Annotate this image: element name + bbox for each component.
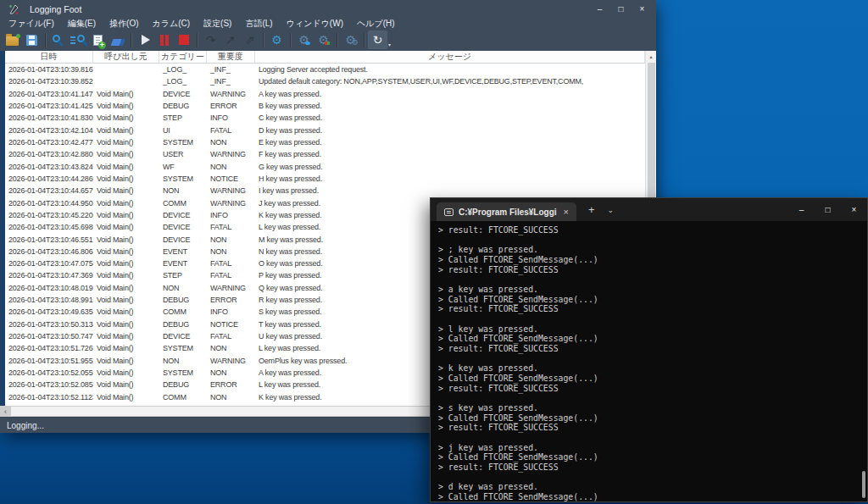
table-row[interactable]: 2026-01-04T23:10:42.477819Void Main()SYS… — [5, 136, 645, 148]
jump-next-button[interactable]: ↗ — [220, 30, 240, 49]
open-file-button[interactable] — [3, 30, 22, 49]
pause-logging-button[interactable] — [154, 30, 174, 49]
column-header[interactable]: 重要度 — [207, 51, 255, 63]
terminal-titlebar[interactable]: C:¥Program Files¥Logging Foc × + ⌄ – □ × — [431, 198, 867, 221]
menu-item[interactable]: ファイル(F) — [2, 18, 61, 30]
terminal-line: > s key was pressed. — [438, 403, 867, 413]
settings-button[interactable]: ⚙ — [267, 30, 287, 49]
tab-dropdown-icon[interactable]: ⌄ — [608, 206, 615, 214]
table-cell: NON — [207, 368, 255, 377]
terminal-close-button[interactable]: × — [841, 198, 867, 221]
table-cell: F key was pressed. — [255, 150, 645, 158]
table-cell: 2026-01-04T23:10:52.085311 — [5, 380, 93, 389]
terminal-line — [438, 433, 867, 443]
column-header[interactable]: 日時 — [5, 51, 93, 63]
table-cell: Void Main() — [93, 259, 159, 268]
menu-bar: ファイル(F)編集(E)操作(O)カラム(C)設定(S)言語(L)ウィンドウ(W… — [0, 18, 656, 29]
menu-item[interactable]: ウィンドウ(W) — [280, 18, 350, 30]
minimize-button[interactable]: – — [589, 0, 610, 18]
stop-logging-button[interactable] — [174, 30, 193, 49]
search-filter-button[interactable] — [69, 30, 88, 49]
save-button[interactable] — [22, 30, 42, 49]
table-row[interactable]: 2026-01-04T23:10:43.824988Void Main()WFN… — [5, 161, 645, 173]
new-tab-button[interactable]: + — [588, 203, 595, 216]
table-cell: DEVICE — [159, 235, 207, 244]
menu-item[interactable]: ヘルプ(H) — [350, 18, 402, 30]
stop-logging-icon — [179, 35, 189, 45]
table-cell: 2026-01-04T23:10:50.747782 — [5, 332, 93, 341]
table-cell: 2026-01-04T23:10:52.112382 — [5, 393, 93, 402]
table-cell: _INF_ — [207, 65, 255, 74]
open-file-icon — [6, 36, 19, 46]
table-row[interactable]: 2026-01-04T23:10:42.880547Void Main()USE… — [5, 148, 645, 160]
view-settings-button[interactable]: ⚙ — [294, 30, 314, 49]
terminal-tab[interactable]: C:¥Program Files¥Logging Foc × — [437, 202, 576, 221]
logger-titlebar[interactable]: Logging Foot – □ × — [0, 0, 656, 18]
table-cell: 2026-01-04T23:10:46.551779 — [5, 235, 93, 244]
table-cell: Void Main() — [93, 114, 159, 122]
scroll-left-icon[interactable]: ‹ — [0, 406, 11, 417]
table-row[interactable]: 2026-01-04T23:10:41.425105Void Main()DEB… — [5, 100, 645, 112]
start-logging-icon — [142, 35, 150, 45]
table-cell: 2026-01-04T23:10:46.806808 — [5, 247, 93, 256]
table-row[interactable]: 2026-01-04T23:10:39.852977_LOG__INF_Upda… — [5, 75, 645, 87]
table-row[interactable]: 2026-01-04T23:10:44.657988Void Main()NON… — [5, 185, 645, 197]
search-button[interactable] — [49, 30, 69, 49]
table-cell: NON — [207, 393, 255, 402]
table-cell: Void Main() — [93, 211, 159, 219]
scroll-up-icon[interactable]: ▴ — [646, 51, 656, 62]
terminal-maximize-button[interactable]: □ — [815, 198, 841, 221]
menu-item[interactable]: 言語(L) — [238, 18, 279, 30]
maximize-button[interactable]: □ — [610, 0, 632, 18]
start-logging-button[interactable] — [135, 30, 154, 49]
toolbar-separator — [263, 33, 264, 47]
table-row[interactable]: 2026-01-04T23:10:39.816725_LOG__INF_Logg… — [5, 64, 645, 75]
table-cell: SYSTEM — [159, 174, 207, 183]
menu-item[interactable]: 操作(O) — [103, 18, 145, 30]
table-cell: _INF_ — [207, 77, 255, 86]
column-header[interactable]: 呼び出し元 — [93, 51, 159, 63]
terminal-window-controls: – □ × — [788, 198, 867, 221]
service-settings-button[interactable]: ⚙ — [341, 30, 360, 49]
category-settings-button[interactable]: ⚙ — [314, 30, 333, 49]
column-header[interactable]: メッセージ — [255, 51, 645, 63]
table-cell: WARNING — [207, 90, 255, 98]
table-cell: 2026-01-04T23:10:41.425105 — [5, 102, 93, 110]
table-row[interactable]: 2026-01-04T23:10:42.104549Void Main()UIF… — [5, 125, 645, 136]
toolbar-separator — [45, 33, 46, 47]
table-cell: Void Main() — [93, 320, 159, 329]
terminal-line: > Called FTCORE_SendMessage(...) — [438, 492, 867, 501]
terminal-line: > result: FTCORE_SUCCESS — [438, 225, 867, 235]
table-cell: STEP — [159, 271, 207, 280]
close-button[interactable]: × — [632, 0, 653, 18]
clear-log-button[interactable] — [108, 30, 127, 49]
table-row[interactable]: 2026-01-04T23:10:41.147260Void Main()DEV… — [5, 88, 645, 100]
jump-cancel-button[interactable]: ⇗ — [240, 30, 259, 49]
refresh-button[interactable]: ↻ — [368, 30, 387, 49]
desktop: Logging Foot – □ × ファイル(F)編集(E)操作(O)カラム(… — [0, 0, 868, 504]
table-cell: NON — [207, 235, 255, 244]
table-row[interactable]: 2026-01-04T23:10:44.286051Void Main()SYS… — [5, 173, 645, 185]
table-cell: 2026-01-04T23:10:47.369135 — [5, 271, 93, 280]
terminal-line: > j key was pressed. — [438, 443, 867, 453]
table-cell: Void Main() — [93, 199, 159, 208]
table-cell: Void Main() — [93, 223, 159, 231]
terminal-scroll-thumb[interactable] — [862, 471, 865, 498]
table-cell: DEBUG — [159, 380, 207, 389]
terminal-line: > Called FTCORE_SendMessage(...) — [438, 334, 867, 344]
table-cell: Void Main() — [93, 102, 159, 110]
toolbar-overflow-icon[interactable]: ▾ — [388, 42, 391, 47]
terminal-minimize-button[interactable]: – — [788, 198, 815, 221]
terminal-output[interactable]: > result: FTCORE_SUCCESS> ; key was pres… — [431, 221, 867, 501]
jump-previous-button[interactable]: ↷ — [201, 30, 220, 49]
table-cell: Updated default category: NON,APP,SYSTEM… — [255, 77, 645, 86]
column-header[interactable]: カテゴリー — [159, 51, 207, 63]
tab-close-icon[interactable]: × — [564, 207, 569, 217]
table-cell: DEBUG — [159, 102, 207, 110]
menu-item[interactable]: 設定(S) — [197, 18, 238, 30]
menu-item[interactable]: カラム(C) — [146, 18, 198, 30]
table-cell: INFO — [207, 114, 255, 122]
menu-item[interactable]: 編集(E) — [61, 18, 103, 30]
table-row[interactable]: 2026-01-04T23:10:41.830536Void Main()STE… — [5, 112, 645, 124]
add-document-button[interactable] — [88, 30, 108, 49]
